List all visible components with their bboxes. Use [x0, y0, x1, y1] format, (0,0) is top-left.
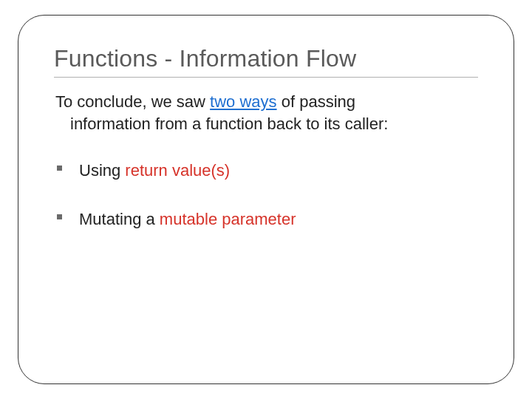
bullet-highlight: mutable parameter	[160, 210, 296, 228]
intro-line2: information from a function back to its …	[55, 113, 478, 135]
list-item: Using return value(s)	[54, 160, 478, 182]
list-item: Mutating a mutable parameter	[54, 208, 478, 231]
title-divider	[54, 77, 478, 78]
bullet-text-before: Mutating a	[79, 210, 160, 228]
intro-highlight: two ways	[210, 92, 276, 111]
square-bullet-icon	[57, 214, 62, 219]
bullet-list: Using return value(s) Mutating a mutable…	[54, 160, 478, 230]
intro-line1-suffix: of passing	[277, 92, 355, 111]
square-bullet-icon	[57, 166, 62, 171]
intro-line1-prefix: To conclude, we saw	[55, 92, 210, 111]
bullet-text-before: Using	[79, 161, 125, 180]
slide-title: Functions - Information Flow	[54, 45, 478, 72]
bullet-highlight: return value(s)	[125, 161, 230, 180]
intro-text: To conclude, we saw two ways of passing …	[54, 91, 478, 134]
slide-frame: Functions - Information Flow To conclude…	[18, 15, 514, 384]
slide: Functions - Information Flow To conclude…	[0, 0, 532, 399]
